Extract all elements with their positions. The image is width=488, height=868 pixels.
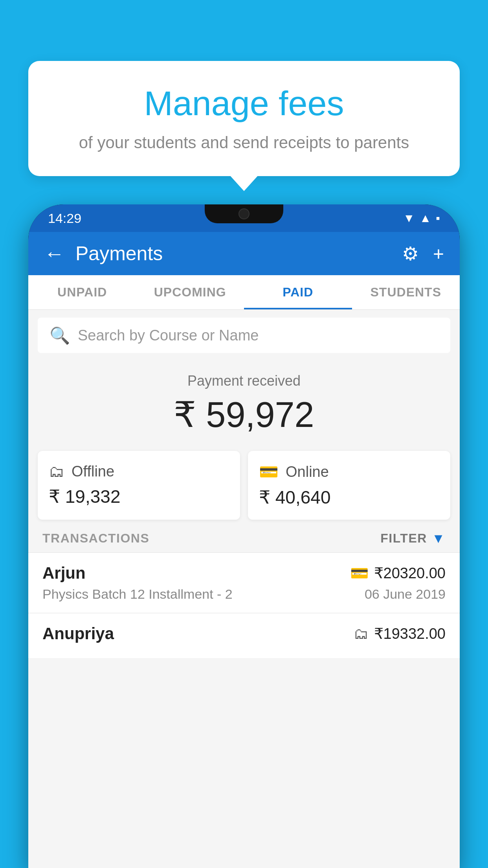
tab-unpaid[interactable]: UNPAID <box>28 275 136 309</box>
transaction-amount-2: 🗂 ₹19332.00 <box>354 625 446 642</box>
offline-card: 🗂 Offline ₹ 19,332 <box>38 451 240 520</box>
offline-card-header: 🗂 Offline <box>49 463 229 480</box>
screen-content: 🔍 Search by Course or Name Payment recei… <box>28 310 460 868</box>
transaction-top-2: Anupriya 🗂 ₹19332.00 <box>42 624 446 643</box>
phone-screen: 14:29 ▼ ▲ ▪ ← Payments ⚙ + UNPAID UPCOMI… <box>28 204 460 868</box>
cash-payment-icon-2: 🗂 <box>354 625 369 642</box>
filter-label: FILTER <box>380 531 427 546</box>
front-camera <box>238 208 250 219</box>
table-row[interactable]: Anupriya 🗂 ₹19332.00 <box>28 613 460 658</box>
app-header: ← Payments ⚙ + <box>28 232 460 275</box>
transaction-amount-value-2: ₹19332.00 <box>374 625 446 642</box>
phone-notch <box>205 204 283 223</box>
phone-mockup: 14:29 ▼ ▲ ▪ ← Payments ⚙ + UNPAID UPCOMI… <box>28 204 460 868</box>
offline-amount: ₹ 19,332 <box>49 486 229 507</box>
wifi-icon: ▼ <box>403 211 415 225</box>
transaction-date-1: 06 June 2019 <box>365 587 446 602</box>
status-icons: ▼ ▲ ▪ <box>403 211 440 225</box>
bubble-subtitle: of your students and send receipts to pa… <box>48 131 440 154</box>
offline-label: Offline <box>72 463 114 480</box>
transaction-amount-1: 💳 ₹20320.00 <box>350 565 446 582</box>
tabs-bar: UNPAID UPCOMING PAID STUDENTS <box>28 275 460 310</box>
transactions-label: TRANSACTIONS <box>42 531 149 546</box>
transaction-course-1: Physics Batch 12 Installment - 2 <box>42 587 233 602</box>
payment-amount: ₹ 59,972 <box>28 394 460 435</box>
offline-icon: 🗂 <box>49 463 64 480</box>
online-label: Online <box>286 463 329 480</box>
battery-icon: ▪ <box>436 211 440 225</box>
search-input[interactable]: Search by Course or Name <box>78 327 259 344</box>
search-icon: 🔍 <box>50 326 70 345</box>
online-amount: ₹ 40,640 <box>259 487 439 508</box>
payment-label: Payment received <box>28 373 460 389</box>
transaction-name-2: Anupriya <box>42 624 114 643</box>
tab-paid[interactable]: PAID <box>244 275 352 309</box>
header-title: Payments <box>75 242 402 265</box>
payment-summary: Payment received ₹ 59,972 <box>28 361 460 443</box>
payment-cards: 🗂 Offline ₹ 19,332 💳 Online ₹ 40,640 <box>38 451 450 520</box>
filter-icon: ▼ <box>432 531 446 546</box>
bubble-title: Manage fees <box>48 85 440 123</box>
card-payment-icon-1: 💳 <box>350 565 369 582</box>
tab-upcoming[interactable]: UPCOMING <box>136 275 244 309</box>
table-row[interactable]: Arjun 💳 ₹20320.00 Physics Batch 12 Insta… <box>28 552 460 613</box>
transaction-top-1: Arjun 💳 ₹20320.00 <box>42 564 446 583</box>
add-icon[interactable]: + <box>433 243 444 265</box>
tab-students[interactable]: STUDENTS <box>352 275 460 309</box>
online-icon: 💳 <box>259 463 279 481</box>
filter-button[interactable]: FILTER ▼ <box>380 531 446 546</box>
search-bar[interactable]: 🔍 Search by Course or Name <box>38 318 450 353</box>
header-actions: ⚙ + <box>402 243 444 265</box>
settings-icon[interactable]: ⚙ <box>402 243 419 265</box>
transaction-amount-value-1: ₹20320.00 <box>374 565 446 582</box>
back-button[interactable]: ← <box>44 242 64 265</box>
transactions-header: TRANSACTIONS FILTER ▼ <box>28 520 460 552</box>
online-card-header: 💳 Online <box>259 463 439 481</box>
online-card: 💳 Online ₹ 40,640 <box>248 451 450 520</box>
transaction-bottom-1: Physics Batch 12 Installment - 2 06 June… <box>42 587 446 602</box>
transaction-name-1: Arjun <box>42 564 86 583</box>
signal-icon: ▲ <box>420 211 431 225</box>
speech-bubble: Manage fees of your students and send re… <box>28 61 460 176</box>
status-time: 14:29 <box>48 211 81 226</box>
